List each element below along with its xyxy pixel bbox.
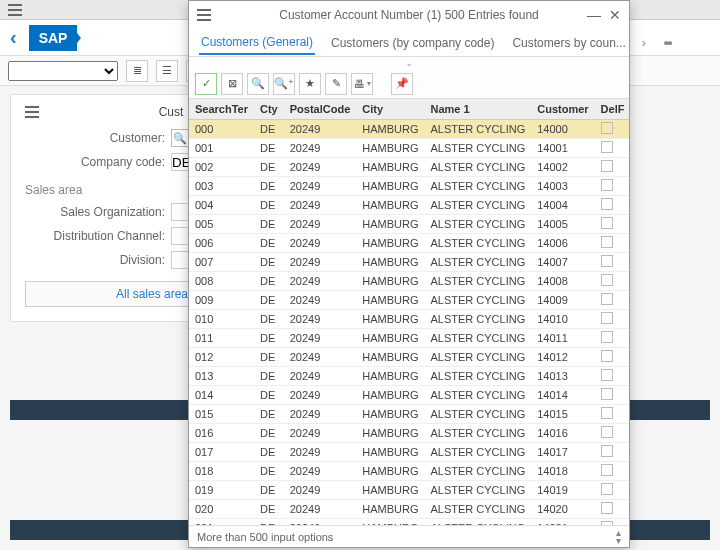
search-help-icon[interactable]: 🔍 xyxy=(171,129,189,147)
table-row[interactable]: 020DE20249HAMBURGALSTER CYCLING14020 xyxy=(189,500,629,519)
col-searchterm[interactable]: SearchTer xyxy=(189,99,254,120)
table-row[interactable]: 009DE20249HAMBURGALSTER CYCLING14009 xyxy=(189,291,629,310)
checkbox-icon[interactable] xyxy=(601,274,613,286)
menu-icon[interactable] xyxy=(8,4,22,16)
grid-view-icon[interactable]: ☰ xyxy=(156,60,178,82)
table-row[interactable]: 018DE20249HAMBURGALSTER CYCLING14018 xyxy=(189,462,629,481)
col-delf[interactable]: DelF xyxy=(595,99,629,120)
bookmark-icon[interactable]: ★ xyxy=(299,73,321,95)
selector-dropdown[interactable] xyxy=(8,61,118,81)
cell-searchterm: 016 xyxy=(189,424,254,443)
scroll-buttons-icon[interactable]: ▴▾ xyxy=(616,529,621,545)
find-icon[interactable]: 🔍 xyxy=(247,73,269,95)
cell-country: DE xyxy=(254,519,284,526)
table-row[interactable]: 010DE20249HAMBURGALSTER CYCLING14010 xyxy=(189,310,629,329)
cell-city: HAMBURG xyxy=(356,386,424,405)
checkbox-icon[interactable] xyxy=(601,521,613,525)
checkbox-icon[interactable] xyxy=(601,483,613,495)
tab-scroll-right-icon[interactable]: › xyxy=(642,36,646,50)
popup-tabs: Customers (General) Customers (by compan… xyxy=(189,29,629,57)
checkbox-icon[interactable] xyxy=(601,331,613,343)
checkbox-icon[interactable] xyxy=(601,445,613,457)
table-row[interactable]: 011DE20249HAMBURGALSTER CYCLING14011 xyxy=(189,329,629,348)
table-row[interactable]: 001DE20249HAMBURGALSTER CYCLING14001 xyxy=(189,139,629,158)
table-row[interactable]: 006DE20249HAMBURGALSTER CYCLING14006 xyxy=(189,234,629,253)
cell-customer: 14001 xyxy=(531,139,594,158)
checkbox-icon[interactable] xyxy=(601,141,613,153)
checkbox-icon[interactable] xyxy=(601,122,613,134)
checkbox-icon[interactable] xyxy=(601,369,613,381)
cell-customer: 14017 xyxy=(531,443,594,462)
cell-city: HAMBURG xyxy=(356,158,424,177)
results-grid-scroll[interactable]: SearchTer Cty PostalCode City Name 1 Cus… xyxy=(189,99,629,525)
table-row[interactable]: 017DE20249HAMBURGALSTER CYCLING14017 xyxy=(189,443,629,462)
checkbox-icon[interactable] xyxy=(601,198,613,210)
table-row[interactable]: 007DE20249HAMBURGALSTER CYCLING14007 xyxy=(189,253,629,272)
pin-icon[interactable]: 📌 xyxy=(391,73,413,95)
col-customer[interactable]: Customer xyxy=(531,99,594,120)
back-button[interactable]: ‹ xyxy=(10,26,17,49)
accept-icon[interactable]: ✓ xyxy=(195,73,217,95)
checkbox-icon[interactable] xyxy=(601,255,613,267)
panel-menu-icon[interactable] xyxy=(25,106,39,118)
tab-customers-general[interactable]: Customers (General) xyxy=(199,31,315,55)
cell-postalcode: 20249 xyxy=(284,386,357,405)
cell-postalcode: 20249 xyxy=(284,500,357,519)
table-row[interactable]: 016DE20249HAMBURGALSTER CYCLING14016 xyxy=(189,424,629,443)
cell-country: DE xyxy=(254,139,284,158)
cell-city: HAMBURG xyxy=(356,272,424,291)
cell-postalcode: 20249 xyxy=(284,348,357,367)
checkbox-icon[interactable] xyxy=(601,179,613,191)
expand-chevron-icon[interactable]: ⌄ xyxy=(189,57,629,69)
table-row[interactable]: 005DE20249HAMBURGALSTER CYCLING14005 xyxy=(189,215,629,234)
popup-menu-icon[interactable] xyxy=(197,9,211,21)
table-row[interactable]: 019DE20249HAMBURGALSTER CYCLING14019 xyxy=(189,481,629,500)
cell-postalcode: 20249 xyxy=(284,139,357,158)
table-row[interactable]: 000DE20249HAMBURGALSTER CYCLING14000 xyxy=(189,120,629,139)
checkbox-icon[interactable] xyxy=(601,426,613,438)
checkbox-icon[interactable] xyxy=(601,312,613,324)
cell-country: DE xyxy=(254,215,284,234)
table-row[interactable]: 015DE20249HAMBURGALSTER CYCLING14015 xyxy=(189,405,629,424)
personal-list-icon[interactable]: ✎ xyxy=(325,73,347,95)
checkbox-icon[interactable] xyxy=(601,160,613,172)
table-row[interactable]: 003DE20249HAMBURGALSTER CYCLING14003 xyxy=(189,177,629,196)
minimize-icon[interactable]: — xyxy=(587,7,601,23)
tab-customers-company[interactable]: Customers (by company code) xyxy=(329,32,496,54)
cell-customer: 14006 xyxy=(531,234,594,253)
checkbox-icon[interactable] xyxy=(601,502,613,514)
col-name1[interactable]: Name 1 xyxy=(424,99,531,120)
table-row[interactable]: 008DE20249HAMBURGALSTER CYCLING14008 xyxy=(189,272,629,291)
col-country[interactable]: Cty xyxy=(254,99,284,120)
cell-searchterm: 012 xyxy=(189,348,254,367)
checkbox-icon[interactable] xyxy=(601,350,613,362)
cell-city: HAMBURG xyxy=(356,177,424,196)
checkbox-icon[interactable] xyxy=(601,407,613,419)
cell-country: DE xyxy=(254,481,284,500)
cancel-icon[interactable]: ⊠ xyxy=(221,73,243,95)
checkbox-icon[interactable] xyxy=(601,293,613,305)
find-next-icon[interactable]: 🔍⁺ xyxy=(273,73,295,95)
table-row[interactable]: 002DE20249HAMBURGALSTER CYCLING14002 xyxy=(189,158,629,177)
table-row[interactable]: 021DE20249HAMBURGALSTER CYCLING14021 xyxy=(189,519,629,526)
table-row[interactable]: 014DE20249HAMBURGALSTER CYCLING14014 xyxy=(189,386,629,405)
table-row[interactable]: 013DE20249HAMBURGALSTER CYCLING14013 xyxy=(189,367,629,386)
tab-customers-country[interactable]: Customers by coun... xyxy=(510,32,627,54)
list-view-icon[interactable]: ≣ xyxy=(126,60,148,82)
cell-city: HAMBURG xyxy=(356,405,424,424)
close-icon[interactable]: ✕ xyxy=(609,7,621,23)
print-icon[interactable]: 🖶 xyxy=(351,73,373,95)
checkbox-icon[interactable] xyxy=(601,464,613,476)
tab-more-icon[interactable]: ••• xyxy=(664,36,671,50)
cell-country: DE xyxy=(254,196,284,215)
col-postalcode[interactable]: PostalCode xyxy=(284,99,357,120)
cell-searchterm: 021 xyxy=(189,519,254,526)
checkbox-icon[interactable] xyxy=(601,236,613,248)
footer-text: More than 500 input options xyxy=(197,531,333,543)
table-row[interactable]: 004DE20249HAMBURGALSTER CYCLING14004 xyxy=(189,196,629,215)
col-city[interactable]: City xyxy=(356,99,424,120)
cell-name1: ALSTER CYCLING xyxy=(424,405,531,424)
checkbox-icon[interactable] xyxy=(601,388,613,400)
checkbox-icon[interactable] xyxy=(601,217,613,229)
table-row[interactable]: 012DE20249HAMBURGALSTER CYCLING14012 xyxy=(189,348,629,367)
